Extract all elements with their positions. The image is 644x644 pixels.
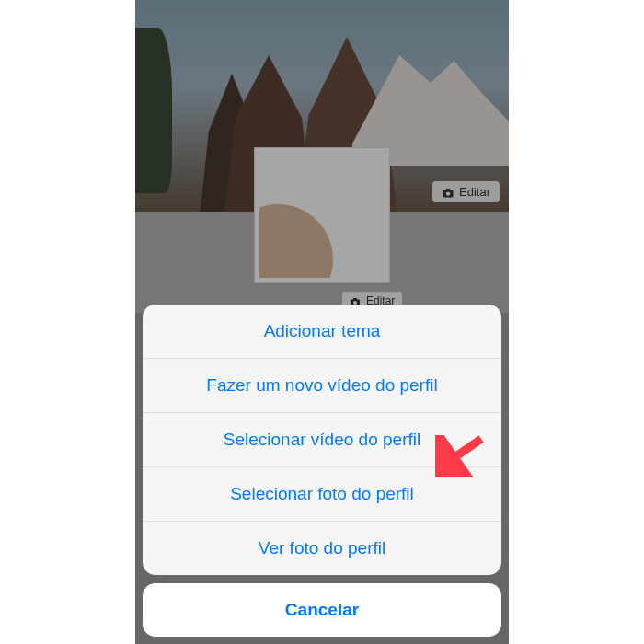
- pointer-arrow-icon: [435, 435, 485, 477]
- add-theme-button[interactable]: Adicionar tema: [143, 305, 501, 359]
- cancel-button[interactable]: Cancelar: [143, 583, 501, 637]
- new-profile-video-button[interactable]: Fazer um novo vídeo do perfil: [143, 359, 501, 413]
- view-profile-photo-button[interactable]: Ver foto do perfil: [143, 522, 501, 575]
- option-label: Fazer um novo vídeo do perfil: [206, 375, 437, 395]
- cancel-label: Cancelar: [285, 600, 359, 619]
- svg-line-7: [444, 439, 481, 465]
- option-label: Ver foto do perfil: [259, 538, 385, 558]
- phone-screen: Editar Editar Adicionar tema Fazer um no…: [135, 0, 509, 644]
- option-label: Selecionar vídeo do perfil: [224, 430, 420, 449]
- option-label: Selecionar foto do perfil: [230, 484, 414, 503]
- option-label: Adicionar tema: [264, 321, 381, 340]
